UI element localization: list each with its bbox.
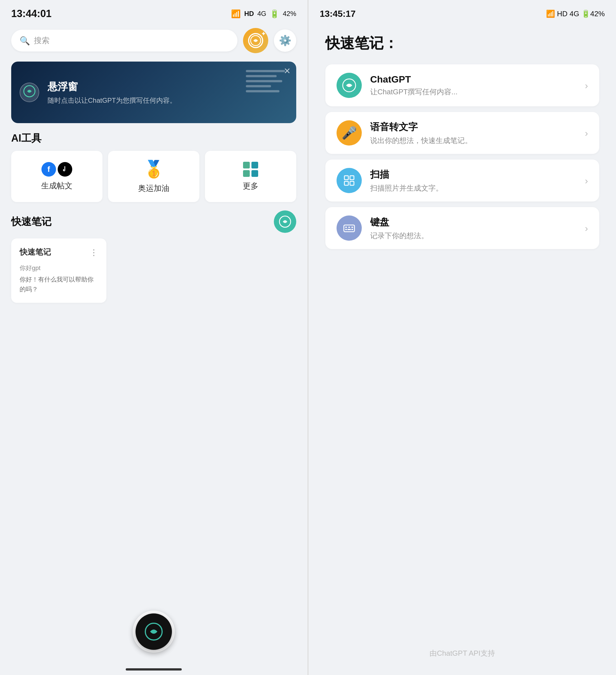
svg-rect-7 bbox=[344, 181, 348, 185]
qn-scan-text: 扫描 扫描照片并生成文字。 bbox=[370, 168, 576, 193]
note-card-content: 你好gpt 你好！有什么我可以帮助你的吗？ bbox=[20, 263, 98, 294]
svg-rect-6 bbox=[350, 176, 354, 180]
svg-rect-11 bbox=[348, 227, 350, 228]
quick-notes-header: 快速笔记 bbox=[0, 202, 307, 238]
qn-item-keyboard[interactable]: 键盘 记录下你的想法。 › bbox=[325, 207, 599, 249]
bottom-fab-ring bbox=[133, 611, 175, 653]
note-card-menu-icon[interactable]: ⋮ bbox=[89, 247, 98, 257]
qn-chatgpt-title: ChatGPT bbox=[370, 74, 576, 85]
svg-rect-12 bbox=[351, 227, 353, 228]
right-status-icons: 📶 HD 4G 🔋42% bbox=[546, 9, 605, 18]
right-panel: 13:45:17 📶 HD 4G 🔋42% 快速笔记： ChatGPT 让Cha… bbox=[309, 0, 616, 675]
battery-percent: 42% bbox=[283, 10, 296, 18]
left-panel: 13:44:01 📶 HD 4G 🔋 42% 🔍 搜索 ✦ ⚙️ bbox=[0, 0, 307, 675]
qn-scan-subtitle: 扫描照片并生成文字。 bbox=[370, 183, 576, 193]
svg-rect-10 bbox=[345, 227, 347, 228]
qn-voice-title: 语音转文字 bbox=[370, 121, 576, 134]
hd-badge: HD bbox=[244, 10, 254, 18]
qn-keyboard-subtitle: 记录下你的想法。 bbox=[370, 231, 576, 241]
svg-rect-14 bbox=[347, 229, 351, 230]
quick-notes-page-title: 快速笔记： bbox=[309, 22, 616, 64]
settings-button[interactable]: ⚙️ bbox=[274, 29, 296, 52]
qn-voice-icon: 🎤 bbox=[337, 120, 362, 146]
banner-title: 悬浮窗 bbox=[48, 80, 177, 94]
wifi-icon: 📶 bbox=[231, 9, 241, 18]
brand-button[interactable]: ✦ bbox=[243, 28, 268, 53]
qn-keyboard-arrow-icon: › bbox=[585, 223, 588, 234]
deco-line-5 bbox=[246, 90, 279, 92]
tiktok-icon bbox=[58, 162, 72, 176]
svg-rect-9 bbox=[344, 225, 354, 232]
svg-rect-8 bbox=[350, 181, 354, 185]
attribution-text: 由ChatGPT API支持 bbox=[309, 631, 616, 675]
qn-chatgpt-text: ChatGPT 让ChatGPT撰写任何内容... bbox=[370, 74, 576, 97]
scan-icon-svg bbox=[342, 173, 356, 188]
deco-line-2 bbox=[246, 75, 277, 77]
svg-rect-5 bbox=[344, 176, 348, 180]
left-status-icons: 📶 HD 4G 🔋 42% bbox=[231, 9, 296, 18]
dot-2 bbox=[252, 162, 258, 168]
deco-line-4 bbox=[246, 85, 271, 87]
home-indicator bbox=[126, 668, 182, 671]
note-card-title: 快速笔记 bbox=[20, 247, 51, 257]
qn-voice-text: 语音转文字 说出你的想法，快速生成笔记。 bbox=[370, 121, 576, 146]
search-icon: 🔍 bbox=[20, 36, 30, 46]
tool-label-social: 生成帖文 bbox=[41, 180, 73, 191]
banner-decoration bbox=[246, 70, 285, 92]
brand-logo-svg bbox=[250, 35, 261, 46]
banner-text-block: 悬浮窗 随时点击以让ChatGPT为您撰写任何内容。 bbox=[48, 80, 177, 105]
svg-rect-15 bbox=[351, 229, 353, 230]
dot-1 bbox=[243, 162, 250, 168]
qn-item-voice[interactable]: 🎤 语音转文字 说出你的想法，快速生成笔记。 › bbox=[325, 112, 599, 154]
left-status-bar: 13:44:01 📶 HD 4G 🔋 42% bbox=[0, 0, 307, 22]
note-ai-line: 你好！有什么我可以帮助你的吗？ bbox=[20, 275, 98, 294]
qn-scan-icon bbox=[337, 168, 362, 193]
banner-subtitle: 随时点击以让ChatGPT为您撰写任何内容。 bbox=[48, 96, 177, 105]
battery-icon: 🔋 bbox=[270, 9, 279, 18]
quick-notes-section-title: 快速笔记 bbox=[11, 215, 52, 229]
note-user-line: 你好gpt bbox=[20, 263, 98, 273]
right-status-bar: 13:45:17 📶 HD 4G 🔋42% bbox=[309, 0, 616, 22]
qn-scan-arrow-icon: › bbox=[585, 175, 588, 186]
quick-notes-fab-button[interactable] bbox=[274, 211, 296, 233]
banner-chatgpt-icon bbox=[23, 85, 36, 100]
note-card-header: 快速笔记 ⋮ bbox=[20, 247, 98, 257]
keyboard-icon-svg bbox=[342, 221, 356, 235]
left-status-time: 13:44:01 bbox=[11, 8, 52, 20]
qn-chatgpt-arrow-icon: › bbox=[585, 80, 588, 91]
quick-notes-list: ChatGPT 让ChatGPT撰写任何内容... › 🎤 语音转文字 说出你的… bbox=[309, 64, 616, 631]
dot-3 bbox=[243, 170, 250, 177]
floating-window-banner[interactable]: ✕ 悬浮窗 随时点击以让ChatGPT为您撰写任何内容。 bbox=[11, 62, 296, 123]
note-card[interactable]: 快速笔记 ⋮ 你好gpt 你好！有什么我可以帮助你的吗？ bbox=[11, 238, 107, 303]
tool-label-more: 更多 bbox=[243, 181, 259, 192]
tool-label-olympic: 奥运加油 bbox=[138, 183, 169, 194]
qn-item-chatgpt[interactable]: ChatGPT 让ChatGPT撰写任何内容... › bbox=[325, 64, 599, 106]
search-placeholder: 搜索 bbox=[34, 35, 50, 46]
deco-line-1 bbox=[246, 70, 285, 72]
qn-chatgpt-subtitle: 让ChatGPT撰写任何内容... bbox=[370, 87, 576, 97]
qn-keyboard-icon bbox=[337, 216, 362, 241]
tool-card-olympic[interactable]: 🥇 奥运加油 bbox=[108, 151, 199, 202]
search-input[interactable]: 🔍 搜索 bbox=[11, 30, 237, 52]
right-status-time: 13:45:17 bbox=[320, 9, 356, 19]
dot-4 bbox=[252, 170, 258, 177]
bottom-fab-button[interactable] bbox=[136, 613, 172, 650]
qn-scan-title: 扫描 bbox=[370, 168, 576, 181]
ai-tools-section-title: AI工具 bbox=[0, 123, 307, 151]
chatgpt-logo-svg bbox=[342, 78, 356, 92]
gear-icon: ⚙️ bbox=[279, 35, 291, 47]
qn-voice-arrow-icon: › bbox=[585, 128, 588, 139]
medal-icon: 🥇 bbox=[143, 159, 164, 179]
facebook-icon: f bbox=[42, 162, 56, 176]
banner-logo-icon bbox=[20, 83, 39, 102]
tool-card-more[interactable]: 更多 bbox=[205, 151, 296, 202]
qn-keyboard-title: 键盘 bbox=[370, 216, 576, 229]
tool-card-social-posts[interactable]: f 生成帖文 bbox=[11, 151, 102, 202]
more-grid-icon bbox=[243, 162, 258, 177]
svg-rect-13 bbox=[345, 229, 347, 230]
qn-item-scan[interactable]: 扫描 扫描照片并生成文字。 › bbox=[325, 159, 599, 202]
qn-keyboard-text: 键盘 记录下你的想法。 bbox=[370, 216, 576, 241]
deco-line-3 bbox=[246, 80, 282, 82]
signal-4g-icon: 4G bbox=[257, 10, 266, 18]
quick-notes-fab-icon bbox=[279, 216, 291, 228]
